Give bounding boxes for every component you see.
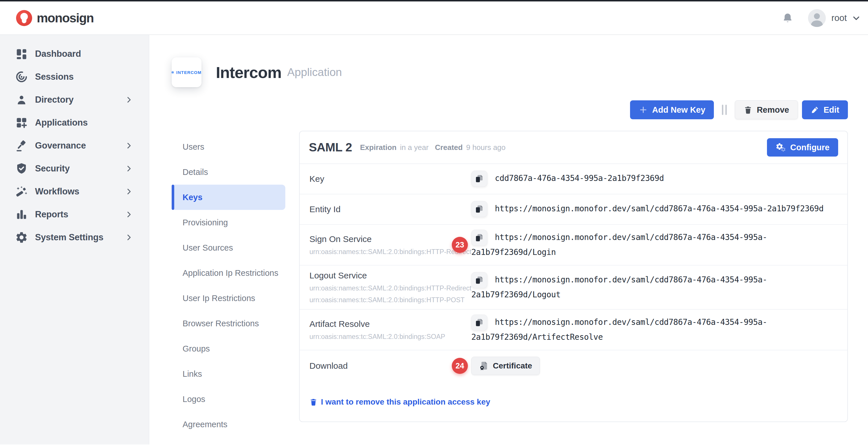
created-label: Created bbox=[435, 143, 463, 152]
subnav-item-application-ip-restrictions[interactable]: Application Ip Restrictions bbox=[172, 260, 285, 285]
subnav-item-logos[interactable]: Logos bbox=[172, 386, 285, 412]
app-subnav: Users Details Keys Provisioning User Sou… bbox=[172, 131, 285, 437]
sidebar-item-security[interactable]: Security bbox=[0, 157, 149, 180]
binding-urn: urn:oasis:names:tc:SAML:2.0:bindings:HTT… bbox=[309, 284, 449, 292]
configure-button[interactable]: Configure bbox=[767, 138, 838, 157]
binding-urn: urn:oasis:names:tc:SAML:2.0:bindings:HTT… bbox=[309, 248, 449, 256]
certificate-download-button[interactable]: Certificate bbox=[471, 357, 540, 375]
trash-icon bbox=[744, 105, 752, 114]
chevron-right-icon bbox=[125, 96, 133, 104]
user-avatar[interactable] bbox=[808, 9, 826, 27]
table-row-sign-on-service: Sign On Service urn:oasis:names:tc:SAML:… bbox=[300, 225, 847, 266]
sidebar-item-workflows[interactable]: Workflows bbox=[0, 180, 149, 203]
entity-id-value: https://monosign.monofor.dev/saml/cdd786… bbox=[471, 201, 839, 216]
copy-icon[interactable] bbox=[471, 314, 487, 331]
sidebar-item-system-settings[interactable]: System Settings bbox=[0, 226, 149, 249]
governance-icon bbox=[15, 139, 28, 152]
dashboard-icon bbox=[15, 47, 28, 61]
chevron-right-icon bbox=[125, 142, 133, 150]
applications-icon bbox=[15, 116, 28, 129]
intercom-logo-text: INTERCOM bbox=[176, 70, 202, 75]
row-label: Sign On Service bbox=[309, 234, 449, 244]
intercom-logo-icon bbox=[172, 68, 174, 77]
sessions-icon bbox=[15, 70, 28, 83]
key-meta: Expiration in a year Created 9 hours ago bbox=[360, 143, 505, 152]
row-label: Entity Id bbox=[309, 204, 449, 214]
status-badge: 24 bbox=[452, 358, 468, 374]
logout-service-value: https://monosign.monofor.dev/saml/cdd786… bbox=[471, 272, 839, 302]
edit-button[interactable]: Edit bbox=[802, 100, 848, 119]
key-title: SAML 2 bbox=[309, 140, 352, 154]
key-value: cdd7867a-476a-4354-995a-2a1b79f2369d bbox=[471, 171, 839, 186]
copy-icon[interactable] bbox=[471, 272, 487, 288]
sidebar-item-directory[interactable]: Directory bbox=[0, 88, 149, 111]
username-label: root bbox=[832, 13, 847, 23]
button-group-separator bbox=[722, 105, 727, 115]
settings-gear-icon bbox=[15, 231, 28, 244]
sidebar-item-sessions[interactable]: Sessions bbox=[0, 65, 149, 88]
monosign-logo-icon bbox=[16, 10, 32, 26]
sign-on-service-value: https://monosign.monofor.dev/saml/cdd786… bbox=[471, 230, 839, 260]
sidebar-item-governance[interactable]: Governance bbox=[0, 134, 149, 157]
status-badge: 23 bbox=[452, 237, 468, 253]
subnav-item-user-ip-restrictions[interactable]: User Ip Restrictions bbox=[172, 285, 285, 311]
row-label: Key bbox=[309, 174, 449, 184]
gears-icon bbox=[776, 142, 786, 152]
row-label: Artifact Resolve bbox=[309, 319, 449, 329]
chevron-right-icon bbox=[125, 165, 133, 173]
copy-icon[interactable] bbox=[471, 201, 487, 217]
subnav-item-details[interactable]: Details bbox=[172, 160, 285, 185]
main-content: INTERCOM Intercom Application Add New Ke… bbox=[149, 35, 868, 444]
subnav-item-groups[interactable]: Groups bbox=[172, 336, 285, 361]
copy-icon[interactable] bbox=[471, 171, 487, 187]
user-menu-chevron-down-icon[interactable] bbox=[852, 14, 861, 22]
remove-access-key-link[interactable]: I want to remove this application access… bbox=[309, 398, 490, 421]
subnav-item-provisioning[interactable]: Provisioning bbox=[172, 210, 285, 235]
table-row-logout-service: Logout Service urn:oasis:names:tc:SAML:2… bbox=[300, 266, 847, 310]
subnav-item-user-sources[interactable]: User Sources bbox=[172, 235, 285, 260]
reports-bar-chart-icon bbox=[15, 208, 28, 221]
copy-icon[interactable] bbox=[471, 230, 487, 246]
sidebar-item-applications[interactable]: Applications bbox=[0, 111, 149, 134]
plus-icon bbox=[639, 105, 648, 114]
page-subtitle: Application bbox=[287, 66, 342, 78]
chevron-right-icon bbox=[125, 233, 133, 241]
row-label: Logout Service bbox=[309, 271, 449, 280]
sidebar: Dashboard Sessions Directory bbox=[0, 35, 149, 444]
workflows-wand-icon bbox=[15, 185, 28, 198]
add-new-key-button[interactable]: Add New Key bbox=[630, 100, 714, 119]
table-row-download: Download 24 bbox=[300, 350, 847, 381]
security-shield-icon bbox=[15, 162, 28, 175]
table-row-entity-id: Entity Id https://monosign.monofor.dev/s… bbox=[300, 195, 847, 225]
created-value: 9 hours ago bbox=[466, 143, 505, 152]
intercom-app-logo: INTERCOM bbox=[172, 57, 202, 87]
chevron-right-icon bbox=[125, 210, 133, 218]
brand-name: monosign bbox=[37, 11, 94, 25]
subnav-item-keys[interactable]: Keys bbox=[172, 185, 285, 210]
chevron-right-icon bbox=[125, 187, 133, 196]
top-header: monosign root bbox=[0, 1, 868, 35]
artifact-resolve-value: https://monosign.monofor.dev/saml/cdd786… bbox=[471, 315, 839, 345]
trash-icon bbox=[309, 398, 317, 406]
row-label: Download bbox=[309, 361, 449, 371]
subnav-item-links[interactable]: Links bbox=[172, 361, 285, 386]
subnav-item-users[interactable]: Users bbox=[172, 134, 285, 160]
remove-button[interactable]: Remove bbox=[735, 100, 798, 119]
directory-icon bbox=[15, 93, 28, 106]
subnav-item-agreements[interactable]: Agreements bbox=[172, 412, 285, 437]
notifications-bell-icon[interactable] bbox=[782, 12, 794, 24]
expiration-label: Expiration bbox=[360, 143, 396, 152]
expiration-value: in a year bbox=[400, 143, 429, 152]
saml-key-card: SAML 2 Expiration in a year Created 9 ho… bbox=[299, 131, 848, 422]
table-row-artifact-resolve: Artifact Resolve urn:oasis:names:tc:SAML… bbox=[300, 310, 847, 350]
sidebar-item-reports[interactable]: Reports bbox=[0, 203, 149, 226]
active-indicator-bar bbox=[172, 185, 174, 210]
table-row-key: Key cdd7867a-476a-4354-995a-2a1b79f2369d bbox=[300, 164, 847, 195]
sidebar-item-dashboard[interactable]: Dashboard bbox=[0, 42, 149, 65]
brand-logo[interactable]: monosign bbox=[16, 10, 94, 26]
binding-urn: urn:oasis:names:tc:SAML:2.0:bindings:SOA… bbox=[309, 333, 449, 341]
subnav-item-browser-restrictions[interactable]: Browser Restrictions bbox=[172, 311, 285, 336]
binding-urn: urn:oasis:names:tc:SAML:2.0:bindings:HTT… bbox=[309, 296, 449, 304]
pencil-edit-icon bbox=[811, 105, 819, 114]
page-title: Intercom bbox=[216, 63, 282, 82]
